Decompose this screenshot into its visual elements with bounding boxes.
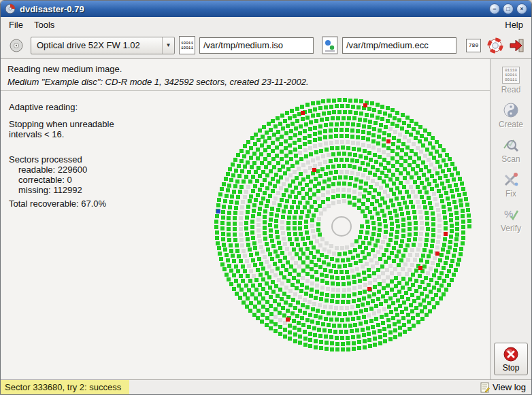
adaptive-reading-heading: Adaptive reading: (9, 102, 114, 112)
optical-drive-icon (8, 37, 24, 54)
minimize-icon[interactable]: − (489, 3, 500, 14)
reading-content: Adaptive reading: Stopping when unreadab… (1, 91, 490, 379)
readable-value: 229600 (58, 165, 87, 175)
view-log-button[interactable]: View log (475, 382, 531, 393)
menu-file[interactable]: File (3, 18, 29, 31)
help-icon-button[interactable] (486, 37, 504, 54)
fix-tools-icon (503, 171, 519, 188)
action-sidebar: 01110 10011 00111 Read Create (491, 59, 531, 379)
missing-label: missing: (18, 185, 51, 195)
menu-tools[interactable]: Tools (29, 18, 60, 31)
menubar: File Tools Help (1, 17, 531, 32)
read-label: Read (501, 85, 521, 95)
quit-icon-button[interactable] (508, 37, 526, 54)
app-window: dvdisaster-0.79 − □ × File Tools Help Op… (0, 0, 532, 395)
missing-value: 112992 (53, 185, 82, 195)
status-line-primary: Reading new medium image. (7, 64, 483, 74)
maximize-icon[interactable]: □ (503, 3, 514, 14)
ecc-file-input[interactable] (342, 37, 456, 54)
ecc-file-icon (322, 36, 338, 54)
create-button[interactable]: Create (493, 100, 529, 131)
correctable-label: correctable: (18, 175, 65, 185)
create-label: Create (499, 120, 523, 129)
status-area: Reading new medium image. Medium "Exampl… (1, 59, 490, 90)
drive-icon-button[interactable] (6, 35, 27, 56)
sector-spiral-canvas (209, 94, 474, 359)
menu-help[interactable]: Help (499, 18, 529, 31)
app-icon (5, 3, 16, 14)
read-icon: 01110 10011 00111 (502, 67, 520, 84)
verify-percent-icon: % (503, 206, 519, 222)
image-file-icon-text1: 10011 (181, 41, 193, 46)
read-button[interactable]: 01110 10011 00111 Read (493, 65, 529, 97)
main-panel: Reading new medium image. Medium "Exampl… (1, 59, 491, 379)
stop-label: Stop (503, 363, 520, 373)
image-file-input[interactable] (199, 37, 314, 54)
verify-label: Verify (501, 224, 521, 233)
preferences-icon-button[interactable]: 780 (465, 37, 482, 54)
strategy-line-1: Stopping when unreadable (9, 119, 114, 129)
read-icon-text1: 01110 (505, 68, 517, 73)
reading-info-text: Adaptive reading: Stopping when unreadab… (9, 102, 114, 209)
drive-select-combo[interactable]: Optical drive 52X FW 1.02 ▼ (31, 37, 175, 54)
read-icon-text3: 00111 (505, 78, 517, 82)
sector-status-message: Sector 333680, try 2: success (1, 380, 129, 394)
titlebar[interactable]: dvdisaster-0.79 − □ × (1, 1, 531, 17)
stop-icon (503, 346, 519, 362)
readable-label: readable: (18, 165, 55, 175)
drive-select-value: Optical drive 52X FW 1.02 (31, 40, 162, 50)
scan-label: Scan (501, 154, 520, 164)
read-icon-text2: 10011 (505, 73, 517, 78)
sectors-processed-heading: Sectors processed (9, 154, 114, 165)
stop-button[interactable]: Stop (494, 343, 528, 375)
fix-button[interactable]: Fix (493, 169, 529, 201)
close-icon[interactable]: × (516, 3, 527, 14)
fix-label: Fix (505, 189, 516, 199)
readable-row: readable: 229600 (9, 165, 114, 175)
yin-yang-create-icon (503, 102, 519, 118)
missing-row: missing: 112992 (9, 185, 114, 195)
image-file-icon-text2: 10011 (181, 46, 193, 50)
image-file-icon: 10011 10011 (179, 36, 195, 54)
scan-magnifier-icon (503, 137, 519, 153)
view-log-icon (480, 382, 490, 393)
chevron-down-icon: ▼ (162, 37, 174, 54)
preferences-icon-text: 780 (469, 42, 478, 48)
statusbar: Sector 333680, try 2: success View log (1, 379, 531, 394)
correctable-row: correctable: 0 (9, 175, 114, 185)
correctable-value: 0 (67, 175, 72, 185)
strategy-line-2: intervals < 16. (9, 129, 114, 139)
verify-button[interactable]: % Verify (493, 204, 529, 235)
status-line-medium-info: Medium "Example disc": CD-R mode 1, 3425… (7, 77, 483, 87)
preferences-icon: 780 (466, 39, 481, 52)
body-row: Reading new medium image. Medium "Exampl… (1, 59, 531, 379)
scan-button[interactable]: Scan (493, 135, 529, 166)
lifebelt-help-icon (487, 37, 503, 54)
window-title: dvdisaster-0.79 (20, 4, 485, 14)
toolbar: Optical drive 52X FW 1.02 ▼ 10011 10011 … (1, 32, 531, 59)
total-recoverable-line: Total recoverable: 67.0% (9, 199, 114, 209)
view-log-label: View log (493, 382, 526, 392)
quit-exit-icon (509, 37, 525, 54)
